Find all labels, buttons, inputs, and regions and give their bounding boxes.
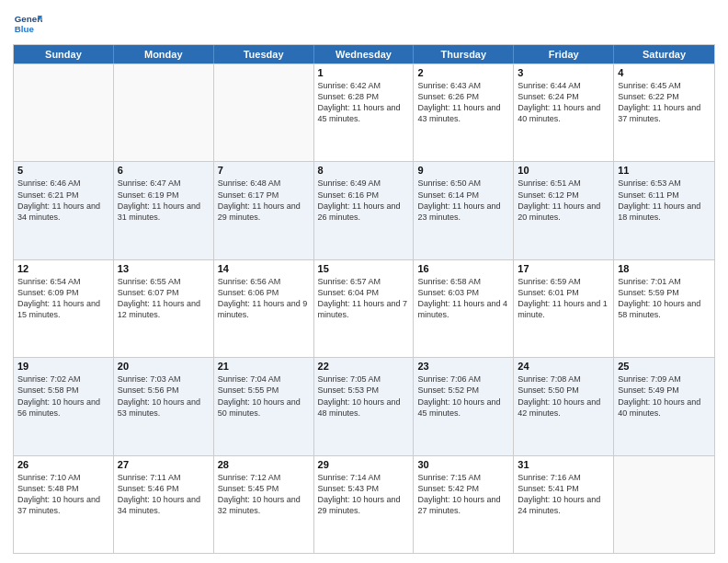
day-info: Sunrise: 7:03 AM Sunset: 5:56 PM Dayligh… <box>118 373 210 419</box>
day-number: 17 <box>518 263 609 274</box>
day-number: 23 <box>417 361 509 372</box>
day-number: 9 <box>417 165 509 176</box>
calendar-week-1: 1Sunrise: 6:42 AM Sunset: 6:28 PM Daylig… <box>14 63 714 161</box>
day-info: Sunrise: 6:45 AM Sunset: 6:22 PM Dayligh… <box>618 80 711 125</box>
day-number: 5 <box>17 165 109 176</box>
calendar-cell: 21Sunrise: 7:04 AM Sunset: 5:55 PM Dayli… <box>214 358 314 454</box>
day-number: 31 <box>518 459 609 470</box>
calendar-cell: 15Sunrise: 6:57 AM Sunset: 6:04 PM Dayli… <box>314 260 415 357</box>
day-info: Sunrise: 7:05 AM Sunset: 5:53 PM Dayligh… <box>318 373 410 419</box>
day-number: 22 <box>318 361 410 372</box>
calendar-header: SundayMondayTuesdayWednesdayThursdayFrid… <box>14 45 714 63</box>
day-number: 28 <box>218 459 310 470</box>
calendar-cell: 7Sunrise: 6:48 AM Sunset: 6:17 PM Daylig… <box>214 162 314 259</box>
calendar-week-5: 26Sunrise: 7:10 AM Sunset: 5:48 PM Dayli… <box>14 455 714 553</box>
calendar-cell: 18Sunrise: 7:01 AM Sunset: 5:59 PM Dayli… <box>614 260 714 357</box>
day-info: Sunrise: 7:04 AM Sunset: 5:55 PM Dayligh… <box>218 373 310 419</box>
day-number: 20 <box>118 361 210 372</box>
day-info: Sunrise: 6:48 AM Sunset: 6:17 PM Dayligh… <box>218 178 310 223</box>
day-info: Sunrise: 7:12 AM Sunset: 5:45 PM Dayligh… <box>218 472 310 517</box>
day-info: Sunrise: 7:14 AM Sunset: 5:43 PM Dayligh… <box>318 472 410 517</box>
day-info: Sunrise: 7:09 AM Sunset: 5:49 PM Dayligh… <box>618 373 711 419</box>
day-info: Sunrise: 6:57 AM Sunset: 6:04 PM Dayligh… <box>318 276 410 321</box>
calendar-cell: 27Sunrise: 7:11 AM Sunset: 5:46 PM Dayli… <box>114 456 214 553</box>
header-day-wednesday: Wednesday <box>314 45 415 63</box>
day-info: Sunrise: 7:11 AM Sunset: 5:46 PM Dayligh… <box>118 472 210 517</box>
calendar: SundayMondayTuesdayWednesdayThursdayFrid… <box>13 44 715 554</box>
day-number: 15 <box>318 263 410 274</box>
logo-icon: General Blue <box>13 9 42 39</box>
header-day-saturday: Saturday <box>614 45 714 63</box>
day-info: Sunrise: 6:54 AM Sunset: 6:09 PM Dayligh… <box>17 276 109 321</box>
header-day-sunday: Sunday <box>14 45 114 63</box>
calendar-cell: 14Sunrise: 6:56 AM Sunset: 6:06 PM Dayli… <box>214 260 314 357</box>
calendar-cell: 3Sunrise: 6:44 AM Sunset: 6:24 PM Daylig… <box>514 64 614 161</box>
calendar-cell: 31Sunrise: 7:16 AM Sunset: 5:41 PM Dayli… <box>514 456 614 553</box>
calendar-cell: 30Sunrise: 7:15 AM Sunset: 5:42 PM Dayli… <box>414 456 514 553</box>
day-info: Sunrise: 6:58 AM Sunset: 6:03 PM Dayligh… <box>417 276 509 321</box>
day-number: 26 <box>17 459 109 470</box>
header-day-friday: Friday <box>514 45 614 63</box>
calendar-cell: 6Sunrise: 6:47 AM Sunset: 6:19 PM Daylig… <box>114 162 214 259</box>
day-info: Sunrise: 6:51 AM Sunset: 6:12 PM Dayligh… <box>518 178 609 223</box>
calendar-cell: 24Sunrise: 7:08 AM Sunset: 5:50 PM Dayli… <box>514 358 614 454</box>
day-number: 16 <box>417 263 509 274</box>
day-number: 7 <box>218 165 310 176</box>
svg-text:Blue: Blue <box>15 24 35 34</box>
calendar-cell: 23Sunrise: 7:06 AM Sunset: 5:52 PM Dayli… <box>414 358 514 454</box>
day-number: 19 <box>17 361 109 372</box>
day-info: Sunrise: 7:02 AM Sunset: 5:58 PM Dayligh… <box>17 373 109 419</box>
calendar-page: General Blue SundayMondayTuesdayWednesda… <box>0 0 728 563</box>
header-day-monday: Monday <box>114 45 214 63</box>
calendar-cell: 13Sunrise: 6:55 AM Sunset: 6:07 PM Dayli… <box>114 260 214 357</box>
day-info: Sunrise: 6:42 AM Sunset: 6:28 PM Dayligh… <box>318 80 410 125</box>
day-info: Sunrise: 6:56 AM Sunset: 6:06 PM Dayligh… <box>218 276 310 321</box>
day-number: 30 <box>417 459 509 470</box>
day-number: 18 <box>618 263 711 274</box>
calendar-cell: 28Sunrise: 7:12 AM Sunset: 5:45 PM Dayli… <box>214 456 314 553</box>
calendar-cell: 10Sunrise: 6:51 AM Sunset: 6:12 PM Dayli… <box>514 162 614 259</box>
calendar-cell: 1Sunrise: 6:42 AM Sunset: 6:28 PM Daylig… <box>314 64 415 161</box>
calendar-cell: 17Sunrise: 6:59 AM Sunset: 6:01 PM Dayli… <box>514 260 614 357</box>
day-number: 24 <box>518 361 609 372</box>
calendar-cell <box>614 456 714 553</box>
day-number: 27 <box>118 459 210 470</box>
day-number: 11 <box>618 165 711 176</box>
day-info: Sunrise: 6:43 AM Sunset: 6:26 PM Dayligh… <box>417 80 509 125</box>
day-info: Sunrise: 6:50 AM Sunset: 6:14 PM Dayligh… <box>417 178 509 223</box>
calendar-week-2: 5Sunrise: 6:46 AM Sunset: 6:21 PM Daylig… <box>14 161 714 259</box>
calendar-week-4: 19Sunrise: 7:02 AM Sunset: 5:58 PM Dayli… <box>14 357 714 454</box>
day-number: 1 <box>318 67 410 78</box>
calendar-body: 1Sunrise: 6:42 AM Sunset: 6:28 PM Daylig… <box>14 63 714 553</box>
day-number: 4 <box>618 67 711 78</box>
day-info: Sunrise: 7:06 AM Sunset: 5:52 PM Dayligh… <box>417 373 509 419</box>
calendar-cell: 16Sunrise: 6:58 AM Sunset: 6:03 PM Dayli… <box>414 260 514 357</box>
calendar-cell: 26Sunrise: 7:10 AM Sunset: 5:48 PM Dayli… <box>14 456 114 553</box>
day-number: 10 <box>518 165 609 176</box>
day-number: 2 <box>417 67 509 78</box>
day-info: Sunrise: 7:16 AM Sunset: 5:41 PM Dayligh… <box>518 472 609 517</box>
calendar-cell <box>214 64 314 161</box>
day-info: Sunrise: 7:10 AM Sunset: 5:48 PM Dayligh… <box>17 472 109 517</box>
day-info: Sunrise: 7:15 AM Sunset: 5:42 PM Dayligh… <box>417 472 509 517</box>
day-number: 25 <box>618 361 711 372</box>
calendar-cell: 25Sunrise: 7:09 AM Sunset: 5:49 PM Dayli… <box>614 358 714 454</box>
day-info: Sunrise: 7:01 AM Sunset: 5:59 PM Dayligh… <box>618 276 711 321</box>
calendar-cell: 8Sunrise: 6:49 AM Sunset: 6:16 PM Daylig… <box>314 162 415 259</box>
calendar-cell: 2Sunrise: 6:43 AM Sunset: 6:26 PM Daylig… <box>414 64 514 161</box>
day-number: 8 <box>318 165 410 176</box>
day-info: Sunrise: 7:08 AM Sunset: 5:50 PM Dayligh… <box>518 373 609 419</box>
calendar-cell: 22Sunrise: 7:05 AM Sunset: 5:53 PM Dayli… <box>314 358 415 454</box>
logo: General Blue <box>13 9 42 39</box>
calendar-cell <box>114 64 214 161</box>
day-info: Sunrise: 6:59 AM Sunset: 6:01 PM Dayligh… <box>518 276 609 321</box>
header-day-thursday: Thursday <box>414 45 514 63</box>
svg-text:General: General <box>15 14 42 24</box>
day-info: Sunrise: 6:55 AM Sunset: 6:07 PM Dayligh… <box>118 276 210 321</box>
calendar-cell: 9Sunrise: 6:50 AM Sunset: 6:14 PM Daylig… <box>414 162 514 259</box>
header: General Blue <box>13 9 715 39</box>
calendar-cell: 19Sunrise: 7:02 AM Sunset: 5:58 PM Dayli… <box>14 358 114 454</box>
day-number: 6 <box>118 165 210 176</box>
day-number: 3 <box>518 67 609 78</box>
day-number: 14 <box>218 263 310 274</box>
